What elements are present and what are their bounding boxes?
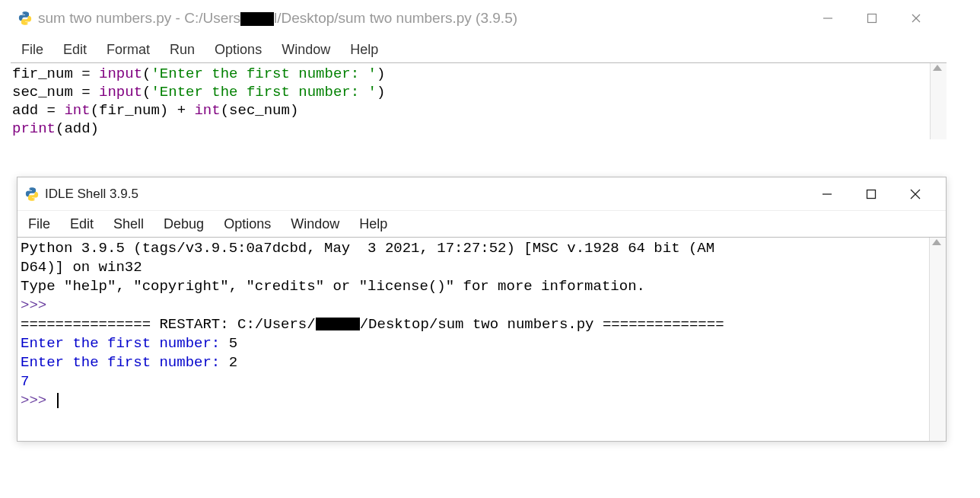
shell-window-controls (809, 179, 946, 209)
maximize-button[interactable] (853, 179, 889, 209)
editor-titlebar[interactable]: sum two numbers.py - C:/Usersl/Desktop/s… (11, 0, 947, 37)
editor-window-controls (810, 3, 947, 34)
menu-options[interactable]: Options (207, 39, 269, 61)
shell-window: IDLE Shell 3.9.5 File Edit Shell Debug O… (17, 177, 947, 442)
menu-debug[interactable]: Debug (156, 213, 212, 235)
maximize-button[interactable] (854, 3, 890, 34)
editor-code-wrap: fir_num = input('Enter the first number:… (11, 62, 947, 139)
redacted-text (240, 12, 274, 26)
python-icon (24, 186, 40, 203)
svg-point-7 (33, 198, 35, 200)
menu-format[interactable]: Format (99, 39, 158, 61)
python-icon (17, 10, 33, 27)
menu-run[interactable]: Run (162, 39, 202, 61)
menu-edit[interactable]: Edit (62, 213, 101, 235)
editor-code[interactable]: fir_num = input('Enter the first number:… (11, 63, 930, 139)
svg-point-6 (29, 189, 30, 190)
shell-menubar: File Edit Shell Debug Options Window Hel… (18, 211, 946, 237)
svg-point-0 (22, 13, 24, 14)
menu-file[interactable]: File (14, 39, 51, 61)
redacted-text (316, 318, 360, 330)
text-cursor (57, 393, 59, 408)
menu-help[interactable]: Help (342, 39, 386, 61)
editor-scrollbar[interactable] (930, 63, 947, 139)
menu-window[interactable]: Window (274, 39, 338, 61)
shell-titlebar[interactable]: IDLE Shell 3.9.5 (18, 177, 946, 211)
editor-menubar: File Edit Format Run Options Window Help (11, 37, 947, 62)
menu-window[interactable]: Window (283, 213, 347, 235)
shell-title: IDLE Shell 3.9.5 (45, 187, 138, 202)
shell-output[interactable]: Python 3.9.5 (tags/v3.9.5:0a7dcbd, May 3… (18, 238, 929, 441)
menu-file[interactable]: File (21, 213, 58, 235)
menu-help[interactable]: Help (352, 213, 395, 235)
shell-scrollbar[interactable] (929, 238, 946, 441)
menu-edit[interactable]: Edit (56, 39, 94, 61)
minimize-button[interactable] (810, 3, 846, 34)
shell-output-wrap: Python 3.9.5 (tags/v3.9.5:0a7dcbd, May 3… (18, 237, 946, 441)
menu-options[interactable]: Options (216, 213, 278, 235)
svg-rect-3 (868, 14, 877, 23)
close-button[interactable] (897, 179, 934, 209)
menu-shell[interactable]: Shell (106, 213, 151, 235)
svg-point-1 (27, 23, 28, 24)
svg-rect-9 (867, 190, 876, 198)
minimize-button[interactable] (809, 179, 845, 209)
editor-window: sum two numbers.py - C:/Usersl/Desktop/s… (11, 0, 947, 175)
editor-title: sum two numbers.py - C:/Usersl/Desktop/s… (38, 10, 517, 27)
close-button[interactable] (898, 3, 934, 34)
